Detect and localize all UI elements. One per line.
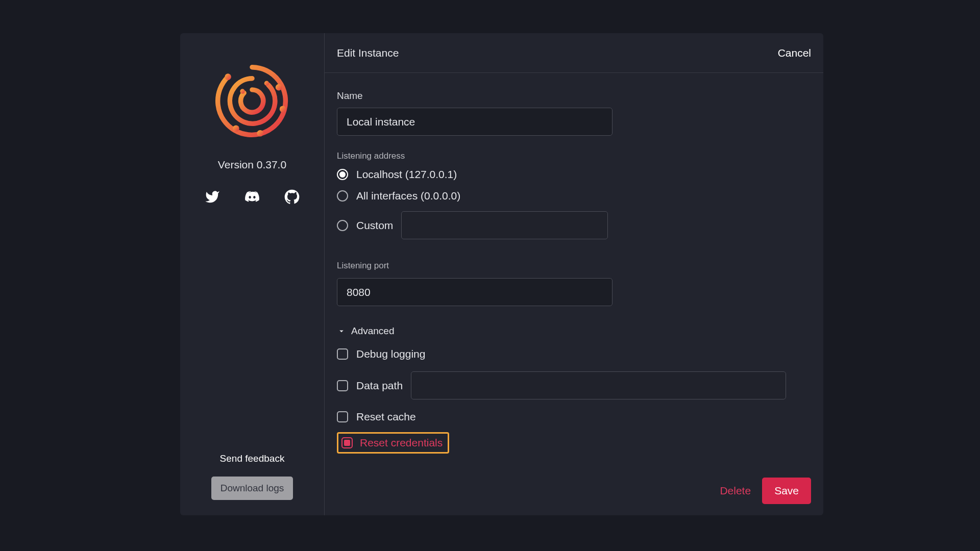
debug-logging-checkbox[interactable] bbox=[337, 348, 348, 360]
data-path-row: Data path bbox=[337, 371, 811, 399]
download-logs-button[interactable]: Download logs bbox=[211, 477, 293, 500]
radio-row-all[interactable]: All interfaces (0.0.0.0) bbox=[337, 190, 811, 202]
form-area: Name Listening address Localhost (127.0.… bbox=[325, 73, 823, 466]
chevron-down-icon bbox=[337, 327, 346, 336]
save-button[interactable]: Save bbox=[762, 478, 811, 504]
reset-cache-row[interactable]: Reset cache bbox=[337, 411, 811, 423]
listening-port-input[interactable] bbox=[337, 278, 612, 306]
name-label: Name bbox=[337, 90, 811, 102]
version-label: Version 0.37.0 bbox=[218, 159, 286, 171]
debug-logging-row[interactable]: Debug logging bbox=[337, 348, 811, 360]
reset-cache-checkbox[interactable] bbox=[337, 411, 348, 422]
advanced-toggle[interactable]: Advanced bbox=[337, 325, 811, 337]
github-icon[interactable] bbox=[284, 189, 300, 205]
sidebar: Version 0.37.0 Send feedback Download lo… bbox=[180, 33, 325, 515]
name-input[interactable] bbox=[337, 108, 612, 136]
cancel-button[interactable]: Cancel bbox=[778, 47, 811, 59]
svg-point-1 bbox=[276, 84, 282, 91]
edit-instance-modal: Version 0.37.0 Send feedback Download lo… bbox=[180, 33, 823, 515]
listening-address-label: Listening address bbox=[337, 151, 811, 161]
app-logo-icon bbox=[212, 61, 292, 141]
radio-custom-label: Custom bbox=[356, 219, 393, 232]
reset-cache-label: Reset cache bbox=[356, 411, 416, 423]
radio-row-custom[interactable]: Custom bbox=[337, 211, 811, 239]
advanced-label: Advanced bbox=[351, 325, 395, 337]
data-path-checkbox[interactable] bbox=[337, 380, 348, 391]
page-title: Edit Instance bbox=[337, 47, 399, 59]
send-feedback-button[interactable]: Send feedback bbox=[220, 453, 285, 464]
reset-credentials-label: Reset credentials bbox=[360, 437, 443, 449]
custom-address-input[interactable] bbox=[401, 211, 608, 239]
svg-point-0 bbox=[225, 73, 231, 80]
svg-point-4 bbox=[233, 125, 239, 132]
listening-address-group: Localhost (127.0.0.1) All interfaces (0.… bbox=[337, 168, 811, 239]
delete-button[interactable]: Delete bbox=[720, 485, 751, 497]
radio-row-localhost[interactable]: Localhost (127.0.0.1) bbox=[337, 168, 811, 181]
discord-icon[interactable] bbox=[244, 189, 260, 205]
sidebar-footer: Send feedback Download logs bbox=[180, 453, 324, 515]
twitter-icon[interactable] bbox=[205, 189, 220, 205]
svg-point-5 bbox=[264, 81, 269, 86]
main-footer: Delete Save bbox=[325, 466, 823, 515]
data-path-input[interactable] bbox=[411, 371, 786, 399]
data-path-label: Data path bbox=[356, 380, 403, 392]
svg-point-2 bbox=[280, 106, 286, 112]
reset-credentials-checkbox[interactable] bbox=[341, 437, 353, 448]
radio-custom[interactable] bbox=[337, 220, 348, 231]
radio-localhost-label: Localhost (127.0.0.1) bbox=[356, 168, 457, 181]
radio-all-interfaces[interactable] bbox=[337, 190, 348, 202]
svg-point-3 bbox=[257, 130, 263, 137]
radio-all-interfaces-label: All interfaces (0.0.0.0) bbox=[356, 190, 460, 202]
social-links bbox=[205, 189, 300, 205]
svg-point-6 bbox=[240, 89, 244, 93]
main-panel: Edit Instance Cancel Name Listening addr… bbox=[325, 33, 823, 515]
radio-localhost[interactable] bbox=[337, 169, 348, 180]
listening-port-label: Listening port bbox=[337, 261, 811, 271]
debug-logging-label: Debug logging bbox=[356, 348, 425, 360]
main-header: Edit Instance Cancel bbox=[325, 33, 823, 73]
reset-credentials-highlight: Reset credentials bbox=[337, 432, 449, 454]
